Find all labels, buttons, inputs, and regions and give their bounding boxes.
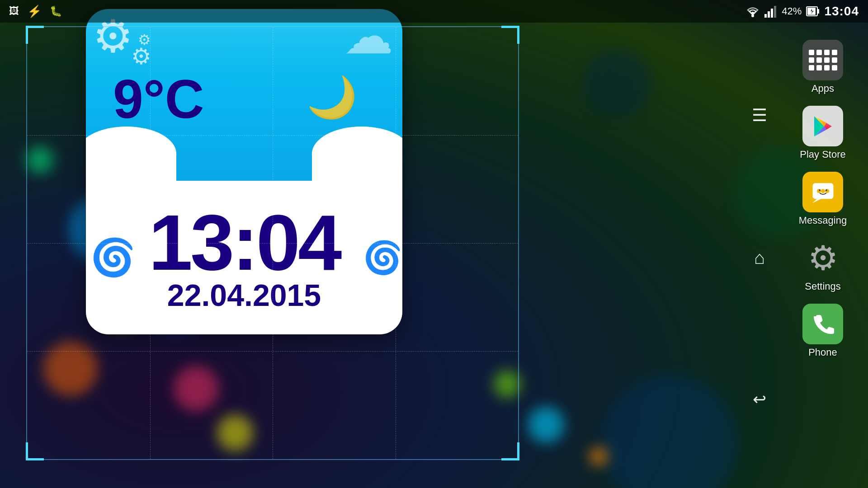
- corner-bl: [26, 442, 44, 460]
- playstore-icon: [802, 106, 843, 146]
- phone-label: Phone: [808, 347, 837, 358]
- sidebar-item-settings[interactable]: ⚙ Settings: [787, 233, 859, 297]
- sidebar-item-phone[interactable]: Phone: [787, 299, 859, 363]
- apps-icon: [802, 40, 843, 80]
- corner-tr: [501, 26, 519, 44]
- svg-rect-1: [764, 14, 767, 18]
- sidebar-item-playstore[interactable]: Play Store: [787, 101, 859, 165]
- sidebar-item-messaging[interactable]: Messaging: [787, 167, 859, 231]
- nav-buttons: ☰ ⌂ ↩: [746, 26, 773, 488]
- back-button[interactable]: ↩: [753, 391, 766, 408]
- svg-rect-4: [774, 6, 776, 18]
- messaging-icon: [802, 172, 843, 212]
- phone-svg: [811, 313, 834, 335]
- photo-icon: 🖼: [9, 6, 19, 16]
- svg-point-13: [819, 189, 821, 191]
- svg-point-11: [821, 189, 825, 193]
- status-icons-right: 42% 13:04: [745, 4, 859, 19]
- settings-label: Settings: [805, 281, 841, 292]
- svg-point-12: [825, 189, 829, 193]
- apps-label: Apps: [811, 83, 834, 94]
- settings-icon: ⚙: [802, 238, 843, 278]
- svg-point-14: [826, 189, 827, 191]
- debug-icon: 🐛: [50, 6, 62, 16]
- grid-v1: [150, 27, 151, 459]
- sidebar: Apps: [778, 26, 868, 488]
- home-button[interactable]: ⌂: [754, 249, 765, 267]
- grid-v3: [396, 27, 396, 459]
- sidebar-item-apps[interactable]: Apps: [787, 35, 859, 99]
- wifi-icon: [745, 5, 760, 18]
- messaging-label: Messaging: [799, 215, 847, 226]
- battery-icon: [806, 5, 820, 18]
- widget-area: [26, 26, 519, 460]
- play-store-svg: [811, 114, 835, 139]
- status-icons-left: 🖼 ⚡ 🐛: [9, 5, 62, 17]
- menu-button[interactable]: ☰: [752, 107, 767, 124]
- svg-marker-9: [812, 199, 821, 203]
- usb-icon: ⚡: [27, 5, 42, 17]
- battery-percent: 42%: [782, 5, 802, 17]
- messaging-svg: [811, 180, 835, 205]
- svg-point-10: [816, 189, 821, 193]
- phone-icon: [802, 304, 843, 344]
- svg-point-0: [751, 14, 754, 17]
- signal-icon: [764, 5, 777, 18]
- status-time: 13:04: [824, 4, 859, 19]
- svg-rect-2: [768, 11, 770, 18]
- settings-gear-icon: ⚙: [808, 238, 838, 278]
- apps-grid: [805, 46, 841, 74]
- status-bar: 🖼 ⚡ 🐛 42% 13:04: [0, 0, 868, 23]
- corner-br: [501, 442, 519, 460]
- svg-rect-3: [771, 9, 773, 18]
- grid-v2: [273, 27, 273, 459]
- svg-rect-6: [817, 9, 819, 14]
- corner-tl: [26, 26, 44, 44]
- playstore-label: Play Store: [800, 149, 846, 160]
